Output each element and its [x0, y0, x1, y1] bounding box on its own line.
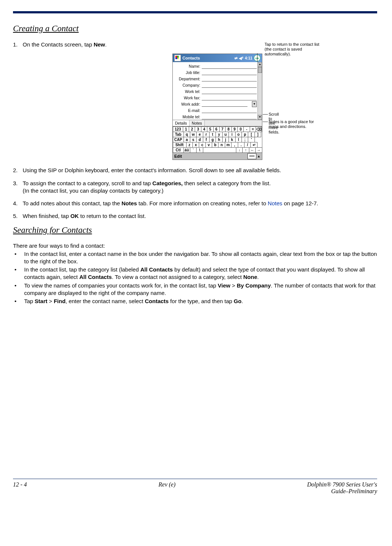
- list-item: • In the contact list, enter a contact n…: [13, 250, 377, 266]
- key[interactable]: x: [192, 142, 199, 148]
- step-2: 2. Using the SIP or Dolphin keyboard, en…: [13, 167, 377, 174]
- bullet-list: • In the contact list, enter a contact n…: [13, 250, 377, 305]
- caps-key[interactable]: CAP: [173, 137, 184, 142]
- accent-key[interactable]: áü: [184, 147, 190, 153]
- key[interactable]: e: [196, 132, 203, 137]
- field-label: Job title:: [174, 70, 202, 75]
- key[interactable]: 123: [173, 126, 183, 132]
- key[interactable]: b: [212, 142, 218, 148]
- tab-key[interactable]: Tab: [173, 132, 184, 137]
- key[interactable]: ,: [231, 142, 238, 148]
- key[interactable]: f: [203, 137, 210, 142]
- scroll-down-icon[interactable]: ▼: [258, 115, 262, 120]
- key[interactable]: 9: [231, 126, 238, 132]
- key[interactable]: t: [209, 132, 216, 137]
- mobiletel-input[interactable]: [202, 114, 257, 119]
- key[interactable]: [: [248, 132, 255, 137]
- scroll-up-icon[interactable]: ▲: [258, 62, 262, 67]
- key[interactable]: `: [190, 147, 197, 153]
- key[interactable]: 0: [237, 126, 244, 132]
- arrow-left-key[interactable]: ←: [249, 147, 256, 153]
- key[interactable]: u: [222, 132, 229, 137]
- step-4: 4. To add notes about this contact, tap …: [13, 200, 377, 207]
- workfax-input[interactable]: [202, 95, 257, 100]
- key[interactable]: 1: [183, 126, 189, 132]
- edit-menu[interactable]: Edit: [174, 154, 182, 158]
- ctrl-key[interactable]: Ctl: [173, 147, 184, 153]
- bullet-icon: •: [13, 298, 24, 305]
- key[interactable]: ;: [242, 137, 248, 142]
- key[interactable]: .: [238, 142, 244, 148]
- keyboard-icon[interactable]: [247, 153, 256, 159]
- worktel-input[interactable]: [202, 89, 257, 94]
- key[interactable]: q: [184, 132, 190, 137]
- up-caret-icon[interactable]: ▲: [257, 154, 260, 158]
- speaker-icon: ◀ᴱ: [239, 56, 243, 60]
- key[interactable]: 4: [201, 126, 207, 132]
- key[interactable]: s: [190, 137, 197, 142]
- key[interactable]: -: [243, 126, 250, 132]
- dropdown-icon[interactable]: ▼: [252, 101, 257, 107]
- key[interactable]: r: [203, 132, 210, 137]
- heading-creating-contact: Creating a Contact: [13, 24, 377, 33]
- space-key[interactable]: [203, 147, 236, 153]
- key[interactable]: z: [186, 142, 193, 148]
- key[interactable]: ]: [255, 132, 261, 137]
- page-footer: 12 - 4 Rev (e) Dolphin® 7900 Series User…: [13, 481, 377, 495]
- key[interactable]: h: [216, 137, 222, 142]
- shift-key[interactable]: Shift: [173, 142, 187, 148]
- bullet-icon: •: [13, 282, 24, 297]
- workaddr-input[interactable]: [202, 101, 247, 107]
- step-number: 3.: [13, 180, 23, 195]
- email-input[interactable]: [202, 107, 257, 113]
- footer-title: Dolphin® 7900 Series User's Guide–Prelim…: [307, 481, 377, 495]
- department-input[interactable]: [202, 76, 257, 81]
- notes-cross-ref-link[interactable]: Notes: [268, 200, 282, 206]
- arrow-down-key[interactable]: ↓: [236, 147, 243, 153]
- jobtitle-input[interactable]: [202, 70, 257, 75]
- key[interactable]: 7: [219, 126, 226, 132]
- key[interactable]: a: [184, 137, 190, 142]
- key[interactable]: w: [190, 132, 197, 137]
- key[interactable]: 3: [195, 126, 201, 132]
- key[interactable]: =: [250, 126, 256, 132]
- scrollbar[interactable]: ▲ ▼: [257, 62, 262, 120]
- key[interactable]: 2: [189, 126, 195, 132]
- key[interactable]: i: [229, 132, 235, 137]
- key[interactable]: ': [248, 137, 255, 142]
- key[interactable]: j: [222, 137, 229, 142]
- enter-key[interactable]: ↵: [250, 142, 257, 148]
- pda-window: Tap to return to the contact list (the c…: [172, 54, 262, 160]
- connectivity-icon: ⇄: [234, 56, 237, 60]
- key[interactable]: 8: [225, 126, 231, 132]
- step-number: 4.: [13, 200, 23, 207]
- key[interactable]: \: [196, 147, 203, 153]
- key[interactable]: m: [225, 142, 231, 148]
- key[interactable]: /: [244, 142, 251, 148]
- key[interactable]: d: [196, 137, 203, 142]
- field-label: Company:: [174, 83, 202, 87]
- key[interactable]: 6: [213, 126, 220, 132]
- key[interactable]: g: [209, 137, 216, 142]
- start-icon[interactable]: [174, 55, 181, 61]
- key[interactable]: n: [218, 142, 225, 148]
- key[interactable]: p: [242, 132, 248, 137]
- scroll-thumb[interactable]: [258, 67, 262, 73]
- key[interactable]: l: [235, 137, 242, 142]
- key[interactable]: k: [229, 137, 235, 142]
- backspace-key[interactable]: ⌫: [256, 126, 262, 132]
- key[interactable]: v: [205, 142, 212, 148]
- list-item: • In the contact list, tap the category …: [13, 266, 377, 281]
- company-input[interactable]: [202, 82, 257, 88]
- key[interactable]: 5: [207, 126, 213, 132]
- arrow-right-key[interactable]: →: [255, 147, 262, 153]
- key[interactable]: o: [235, 132, 242, 137]
- arrow-up-key[interactable]: ↑: [242, 147, 249, 153]
- tab-notes[interactable]: Notes: [189, 120, 204, 126]
- command-bar: Edit ▲: [173, 152, 262, 160]
- key[interactable]: y: [216, 132, 222, 137]
- key[interactable]: c: [199, 142, 205, 148]
- on-screen-keyboard[interactable]: 123 1 2 3 4 5 6 7 8 9 0 - = ⌫ Tab: [173, 126, 262, 152]
- name-input[interactable]: [202, 63, 257, 69]
- tab-details[interactable]: Details: [173, 120, 189, 126]
